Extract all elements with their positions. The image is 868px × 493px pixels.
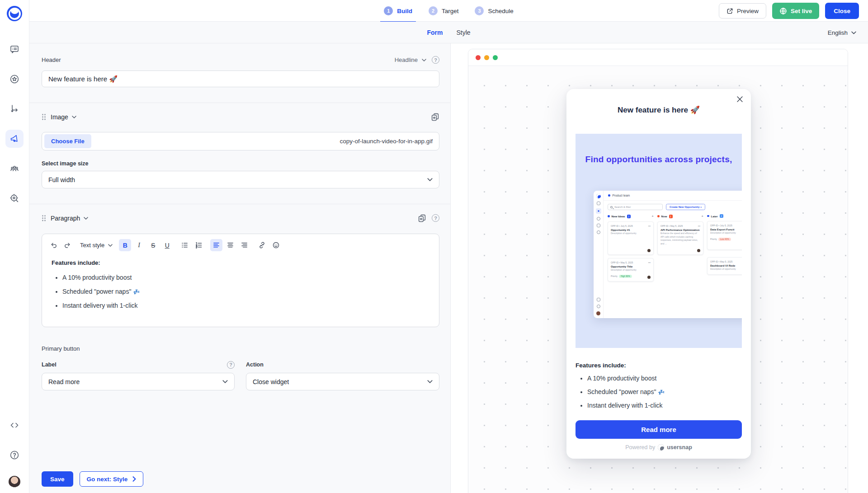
widget-feature: Scheduled "power naps" 💤 — [587, 388, 742, 395]
chevron-down-icon — [427, 178, 433, 181]
sidebar-item-team[interactable] — [5, 160, 24, 178]
miniapp-team-name: Product team — [613, 194, 630, 197]
preview-button[interactable]: Preview — [719, 3, 766, 19]
miniapp-chart-icon — [597, 298, 600, 301]
widget-read-more-button[interactable]: Read more — [576, 420, 742, 439]
widget-features-list: A 10% productivity boost Scheduled "powe… — [587, 375, 742, 409]
step-build[interactable]: 1 Build — [384, 0, 412, 22]
powered-by-usersnap[interactable]: Powered by usersnap — [576, 444, 742, 451]
team-dot — [608, 194, 610, 197]
go-next-style-button[interactable]: Go next: Style — [80, 471, 144, 487]
button-label-select[interactable]: Read more — [42, 373, 235, 390]
help-icon[interactable]: ? — [432, 214, 439, 222]
miniapp-logo-icon — [596, 194, 601, 198]
bold-button[interactable]: B — [119, 239, 131, 251]
choose-file-button[interactable]: Choose File — [44, 134, 91, 148]
code-icon — [9, 420, 19, 430]
external-link-icon — [726, 8, 733, 14]
paragraph-section-title[interactable]: Paragraph — [51, 215, 88, 222]
headline-type-label: Headline — [395, 56, 418, 63]
set-live-button[interactable]: Set live — [772, 3, 819, 19]
emoji-icon[interactable] — [270, 239, 282, 251]
preview-label: Preview — [737, 8, 759, 14]
miniapp-megaphone-icon — [597, 224, 600, 227]
drag-handle-icon[interactable] — [42, 215, 46, 221]
close-label: Close — [834, 8, 850, 14]
sidebar-item-install-code[interactable] — [5, 416, 24, 434]
mini-avatar — [647, 276, 651, 279]
chevron-down-icon — [72, 116, 76, 118]
image-section-title[interactable]: Image — [51, 113, 76, 121]
chevron-down-icon — [222, 380, 228, 383]
language-selector[interactable]: English — [828, 22, 856, 43]
header-text-input[interactable] — [42, 70, 439, 87]
mini-card: OPP-ID • May 5, 2025••• Opportunity Titl… — [608, 258, 654, 282]
image-size-label: Select image size — [42, 160, 439, 167]
tab-form[interactable]: Form — [427, 29, 443, 36]
image-file-field[interactable]: Choose File copy-of-launch-video-for-in-… — [42, 132, 439, 150]
align-center-icon[interactable] — [224, 239, 236, 251]
sidebar-item-help[interactable] — [5, 446, 24, 464]
step-1-badge: 1 — [384, 6, 393, 15]
widget-title: New feature is here 🚀 — [576, 105, 742, 115]
miniapp-team-icon — [597, 230, 600, 234]
step-1-label: Build — [397, 8, 412, 14]
widget-close-icon[interactable] — [737, 96, 743, 102]
usersnap-logo-icon[interactable] — [7, 6, 22, 21]
sidebar-item-journeys[interactable] — [5, 100, 24, 118]
chevron-right-icon — [132, 476, 136, 482]
paragraph-content[interactable]: Features include: A 10% productivity boo… — [42, 253, 439, 309]
powered-by-label: Powered by — [625, 444, 655, 451]
mini-card: OPP-ID • May 5, 2025••• API Performance … — [657, 221, 703, 255]
sidebar-item-feedback[interactable] — [5, 40, 24, 58]
paragraph-bullet: Scheduled "power naps" 💤 — [62, 288, 429, 295]
help-icon — [9, 450, 19, 460]
align-right-icon[interactable] — [238, 239, 250, 251]
mini-avatar — [697, 249, 700, 252]
underline-button[interactable]: U — [161, 239, 173, 251]
user-avatar[interactable] — [9, 476, 20, 488]
bullet-list-icon[interactable] — [179, 239, 191, 251]
sidebar-item-announcements[interactable] — [5, 130, 24, 148]
mini-card: OPP-ID • May 5, 2025 Dashboard UI Rede D… — [707, 257, 742, 275]
headline-type-dropdown[interactable]: Headline — [395, 56, 426, 63]
tab-style[interactable]: Style — [456, 29, 470, 36]
miniapp-column-new-ideas: New Ideas 2 + OPP-ID • July 5, 2025••• O… — [608, 214, 654, 282]
browser-titlebar — [468, 49, 848, 66]
miniapp-create-button: Create New Opportunity + — [666, 204, 705, 210]
redo-icon[interactable] — [61, 239, 74, 251]
header-section-title: Header — [42, 56, 61, 63]
zzz-emoji: 💤 — [133, 289, 140, 295]
italic-button[interactable]: I — [133, 239, 145, 251]
drag-handle-icon[interactable] — [42, 113, 46, 120]
sidebar-item-highlights[interactable] — [5, 70, 24, 88]
miniapp-screenshot: Product team Search & filter Create New … — [594, 191, 742, 318]
paragraph-bullet: Instant delivery with 1-click — [62, 302, 429, 309]
miniapp-column-now: Now 1 + OPP-ID • May 5, 2025••• API Perf… — [657, 214, 703, 282]
help-icon[interactable]: ? — [432, 56, 439, 64]
close-button[interactable]: Close — [825, 3, 859, 19]
chevron-down-icon — [851, 31, 856, 34]
chevron-down-icon — [427, 380, 433, 383]
help-icon[interactable]: ? — [227, 361, 235, 369]
step-target[interactable]: 2 Target — [429, 0, 459, 22]
save-button[interactable]: Save — [42, 471, 73, 487]
builder-panel: Header Headline ? Image Choose File copy… — [29, 43, 451, 493]
miniapp-avatar — [596, 311, 600, 315]
traffic-light-yellow — [484, 55, 489, 60]
duplicate-icon[interactable] — [418, 214, 426, 222]
undo-icon[interactable] — [47, 239, 60, 251]
button-action-select[interactable]: Close widget — [246, 373, 439, 390]
text-style-dropdown[interactable]: Text style — [75, 242, 117, 249]
chevron-down-icon — [84, 217, 88, 220]
link-icon[interactable] — [256, 239, 268, 251]
miniapp-help-icon — [597, 305, 600, 308]
image-size-select[interactable]: Full width — [42, 171, 439, 188]
strikethrough-button[interactable]: S — [147, 239, 159, 251]
chevron-down-icon — [422, 59, 426, 61]
numbered-list-icon[interactable] — [193, 239, 205, 251]
duplicate-icon[interactable] — [431, 113, 439, 121]
step-schedule[interactable]: 3 Schedule — [475, 0, 513, 22]
sidebar-item-research[interactable] — [5, 189, 24, 207]
align-left-icon[interactable] — [210, 239, 222, 251]
